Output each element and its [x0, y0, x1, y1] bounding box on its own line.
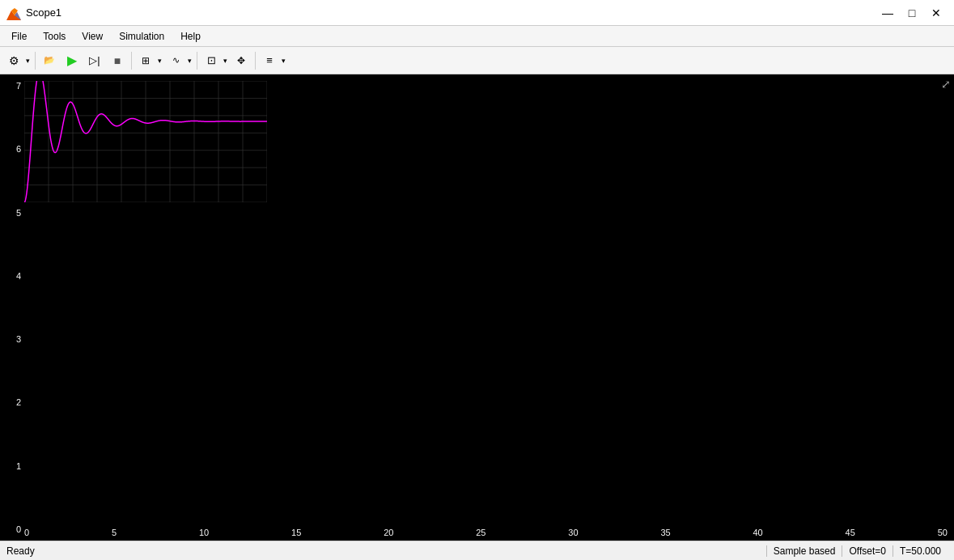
- title-bar-left: Scope1: [6, 6, 61, 20]
- y-label-6: 6: [0, 144, 24, 154]
- x-label-5: 5: [112, 528, 117, 537]
- run-button[interactable]: ▶: [61, 50, 83, 71]
- y-label-0: 0: [0, 524, 24, 534]
- layout-arrow[interactable]: ▾: [156, 50, 163, 71]
- x-label-35: 35: [660, 528, 670, 537]
- signal-button-group: ∿ ▾: [165, 50, 193, 71]
- x-label-50: 50: [938, 528, 948, 537]
- y-label-1: 1: [0, 461, 24, 471]
- stop-button[interactable]: ■: [107, 50, 128, 71]
- properties-button-group: ≡ ▾: [259, 50, 287, 71]
- x-label-0: 0: [24, 528, 29, 537]
- properties-button[interactable]: ≡: [259, 50, 280, 71]
- settings-button-group: ⚙ ▾: [3, 50, 32, 71]
- x-label-45: 45: [846, 528, 855, 537]
- offset-label: Offset=0: [842, 545, 892, 557]
- menu-view[interactable]: View: [74, 29, 111, 44]
- maximize-button[interactable]: □: [901, 4, 923, 22]
- signal-button[interactable]: ∿: [165, 50, 186, 71]
- pan-button[interactable]: ✥: [231, 50, 252, 71]
- status-bar: Ready Sample based Offset=0 T=50.000: [0, 541, 954, 560]
- x-label-25: 25: [476, 528, 485, 537]
- window-title: Scope1: [26, 6, 61, 19]
- menu-bar: File Tools View Simulation Help: [0, 26, 954, 47]
- x-label-40: 40: [753, 528, 763, 537]
- zoom-arrow[interactable]: ▾: [222, 50, 229, 71]
- y-label-7: 7: [0, 81, 24, 91]
- sep1: [35, 52, 36, 70]
- menu-tools[interactable]: Tools: [35, 29, 74, 44]
- x-label-15: 15: [291, 528, 301, 537]
- open-scope-button[interactable]: 📂: [39, 50, 60, 71]
- x-label-20: 20: [384, 528, 393, 537]
- menu-file[interactable]: File: [3, 29, 35, 44]
- status-bar-right: Sample based Offset=0 T=50.000: [766, 545, 948, 557]
- sample-based-label: Sample based: [766, 545, 842, 557]
- title-controls: — □ ✕: [876, 4, 948, 22]
- step-forward-button[interactable]: ▷|: [84, 50, 105, 71]
- settings-arrow[interactable]: ▾: [24, 50, 32, 71]
- sep2: [131, 52, 132, 70]
- status-ready: Ready: [6, 545, 35, 557]
- y-label-4: 4: [0, 271, 24, 281]
- layout-button[interactable]: ⊞: [135, 50, 156, 71]
- title-bar: Scope1 — □ ✕: [0, 0, 954, 26]
- sep3: [197, 52, 197, 70]
- properties-arrow[interactable]: ▾: [280, 50, 287, 71]
- x-label-30: 30: [568, 528, 578, 537]
- expand-icon[interactable]: ⤢: [941, 78, 951, 91]
- signal-canvas: [24, 81, 267, 202]
- zoom-button-group: ⊡ ▾: [201, 50, 229, 71]
- x-label-10: 10: [199, 528, 209, 537]
- menu-simulation[interactable]: Simulation: [111, 29, 172, 44]
- signal-arrow[interactable]: ▾: [186, 50, 193, 71]
- minimize-button[interactable]: —: [876, 4, 899, 22]
- y-label-5: 5: [0, 208, 24, 218]
- zoom-button[interactable]: ⊡: [201, 50, 222, 71]
- y-label-2: 2: [0, 397, 24, 407]
- plot-area[interactable]: 7 6 5 4 3 2 1 0 0 5 10 15 20 25 30 35 40…: [0, 74, 954, 541]
- toolbar: ⚙ ▾ 📂 ▶ ▷| ■ ⊞ ▾ ∿ ▾ ⊡ ▾ ✥ ≡ ▾: [0, 47, 954, 74]
- menu-help[interactable]: Help: [172, 29, 209, 44]
- y-label-3: 3: [0, 334, 24, 344]
- sep4: [255, 52, 256, 70]
- x-axis: 0 5 10 15 20 25 30 35 40 45 50: [24, 528, 948, 537]
- time-label: T=50.000: [893, 545, 948, 557]
- layout-button-group: ⊞ ▾: [135, 50, 163, 71]
- settings-button[interactable]: ⚙: [3, 50, 24, 71]
- y-axis: 7 6 5 4 3 2 1 0: [0, 74, 24, 541]
- close-button[interactable]: ✕: [925, 4, 948, 22]
- matlab-logo: [6, 6, 21, 20]
